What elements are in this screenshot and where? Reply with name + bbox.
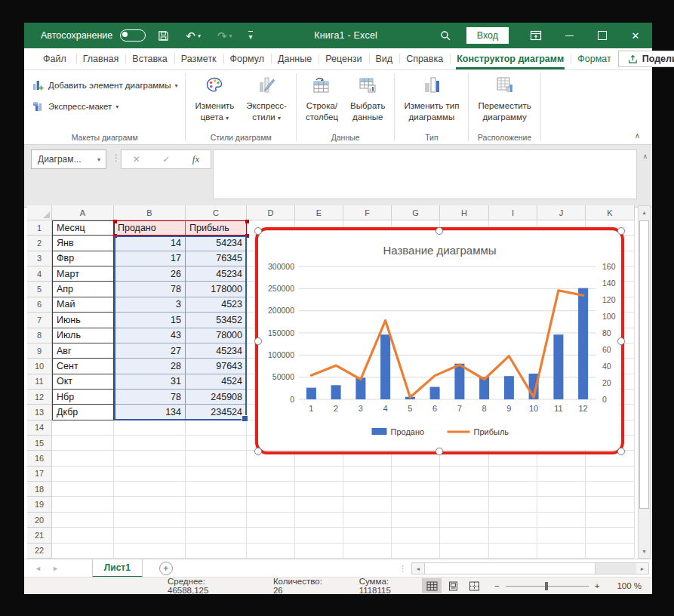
- page-break-view-button[interactable]: [464, 578, 484, 593]
- vertical-scrollbar[interactable]: ▲ ▼: [638, 205, 651, 559]
- cell-D18[interactable]: [247, 482, 295, 497]
- redo-button[interactable]: ↷ ▾: [213, 23, 237, 48]
- minimize-button[interactable]: [552, 23, 586, 48]
- row-header-11[interactable]: 11: [27, 374, 52, 390]
- cell-B11[interactable]: 31: [114, 374, 186, 390]
- tab-5[interactable]: Данные: [271, 48, 319, 69]
- cell-B10[interactable]: 28: [114, 359, 186, 374]
- cell-A10[interactable]: Сент: [52, 359, 114, 374]
- cell-C17[interactable]: [186, 467, 247, 482]
- cell-C4[interactable]: 45234: [186, 266, 247, 282]
- bar-series-point[interactable]: [578, 288, 588, 399]
- zoom-out-button[interactable]: −: [494, 581, 500, 590]
- cell-H20[interactable]: [440, 513, 489, 528]
- cell-C8[interactable]: 78000: [186, 328, 247, 343]
- row-header-17[interactable]: 17: [27, 467, 52, 482]
- maximize-button[interactable]: [586, 23, 619, 48]
- tab-9[interactable]: Конструктор диаграмм: [450, 48, 571, 69]
- zoom-level[interactable]: 100 %: [608, 581, 652, 590]
- cell-B21[interactable]: [114, 528, 186, 543]
- cell-H19[interactable]: [440, 497, 489, 512]
- column-header-H[interactable]: H: [440, 205, 489, 220]
- row-header-5[interactable]: 5: [27, 282, 52, 297]
- tab-1[interactable]: Главная: [76, 48, 126, 69]
- autosave-toggle[interactable]: [120, 29, 146, 42]
- select-all-corner[interactable]: [27, 205, 52, 220]
- cell-A16[interactable]: [52, 451, 114, 466]
- cell-I22[interactable]: [489, 544, 537, 559]
- cell-B8[interactable]: 43: [114, 328, 186, 343]
- chart-selection-handle[interactable]: [617, 448, 625, 455]
- cell-E18[interactable]: [295, 482, 343, 497]
- share-button[interactable]: Поделиться: [618, 51, 674, 67]
- tab-10[interactable]: Формат: [571, 48, 617, 69]
- add-sheet-button[interactable]: +: [159, 562, 173, 575]
- cell-F19[interactable]: [343, 497, 392, 512]
- cell-E20[interactable]: [295, 513, 343, 528]
- cell-K19[interactable]: [586, 497, 635, 512]
- cell-E21[interactable]: [295, 528, 343, 543]
- prev-sheet-icon[interactable]: ◄: [35, 565, 42, 572]
- save-button[interactable]: [153, 23, 174, 48]
- cell-B1[interactable]: Продано: [114, 220, 186, 236]
- signin-button[interactable]: Вход: [466, 27, 509, 44]
- tab-3[interactable]: Разметк: [174, 48, 223, 69]
- legend-label-line[interactable]: Прибыль: [474, 427, 509, 436]
- cell-B7[interactable]: 15: [114, 313, 186, 328]
- cell-D19[interactable]: [247, 497, 295, 512]
- cell-D16[interactable]: [247, 451, 295, 466]
- cell-A7[interactable]: Июнь: [52, 313, 114, 328]
- formula-input[interactable]: [213, 149, 637, 199]
- insert-function-icon[interactable]: fx: [192, 153, 199, 165]
- cell-A21[interactable]: [52, 528, 114, 543]
- cell-A3[interactable]: Фвр: [52, 251, 114, 266]
- cell-C14[interactable]: [186, 420, 247, 436]
- cell-B22[interactable]: [114, 544, 186, 559]
- cell-C10[interactable]: 97643: [186, 359, 247, 374]
- cell-J20[interactable]: [537, 513, 586, 528]
- cell-K21[interactable]: [586, 528, 635, 543]
- sheet-tab-list1[interactable]: Лист1: [92, 559, 143, 578]
- chart-object[interactable]: Название диаграммы0500001000001500002000…: [257, 230, 620, 451]
- switch-row-column-button[interactable]: Строка/ столбец: [301, 73, 343, 125]
- scroll-left-arrow[interactable]: ◄: [412, 563, 424, 574]
- cell-A6[interactable]: Май: [52, 297, 114, 313]
- tab-7[interactable]: Вид: [369, 48, 400, 69]
- row-header-18[interactable]: 18: [27, 482, 52, 497]
- bar-series-point[interactable]: [504, 376, 514, 399]
- cell-F18[interactable]: [343, 482, 392, 497]
- row-header-1[interactable]: 1: [27, 220, 52, 236]
- cell-B18[interactable]: [114, 482, 186, 497]
- tab-6[interactable]: Рецензи: [319, 48, 368, 69]
- change-chart-type-button[interactable]: Изменить тип диаграммы: [399, 73, 463, 125]
- tab-8[interactable]: Справка: [399, 48, 450, 69]
- scroll-right-arrow[interactable]: ►: [636, 563, 648, 574]
- column-header-F[interactable]: F: [343, 205, 392, 220]
- cell-D20[interactable]: [247, 513, 295, 528]
- scroll-up-arrow[interactable]: ▲: [639, 206, 650, 219]
- chart-selection-handle[interactable]: [254, 227, 262, 235]
- bar-series-point[interactable]: [553, 334, 563, 399]
- enter-icon[interactable]: ✓: [162, 154, 170, 165]
- cell-B20[interactable]: [114, 513, 186, 528]
- cell-C19[interactable]: [186, 497, 247, 512]
- search-button[interactable]: [435, 23, 456, 48]
- zoom-in-button[interactable]: +: [595, 581, 600, 590]
- cell-B3[interactable]: 17: [114, 251, 186, 266]
- quick-layout-button[interactable]: Экспресс-макет ▾: [29, 99, 180, 114]
- cell-G16[interactable]: [392, 451, 440, 466]
- collapse-formula-bar-icon[interactable]: ∧: [642, 152, 648, 160]
- column-header-G[interactable]: G: [392, 205, 440, 220]
- cell-B2[interactable]: 14: [114, 236, 186, 251]
- cell-F16[interactable]: [343, 451, 392, 466]
- cell-C20[interactable]: [186, 513, 247, 528]
- horizontal-scroll-thumb[interactable]: [424, 563, 596, 574]
- cell-B9[interactable]: 27: [114, 343, 186, 359]
- chart-title[interactable]: Название диаграммы: [383, 244, 496, 257]
- change-colors-button[interactable]: Изменить цвета ▾: [190, 73, 239, 125]
- tab-4[interactable]: Формул: [223, 48, 271, 69]
- column-header-E[interactable]: E: [295, 205, 343, 220]
- row-header-12[interactable]: 12: [27, 390, 52, 405]
- cell-B4[interactable]: 26: [114, 266, 186, 282]
- row-header-21[interactable]: 21: [27, 528, 52, 543]
